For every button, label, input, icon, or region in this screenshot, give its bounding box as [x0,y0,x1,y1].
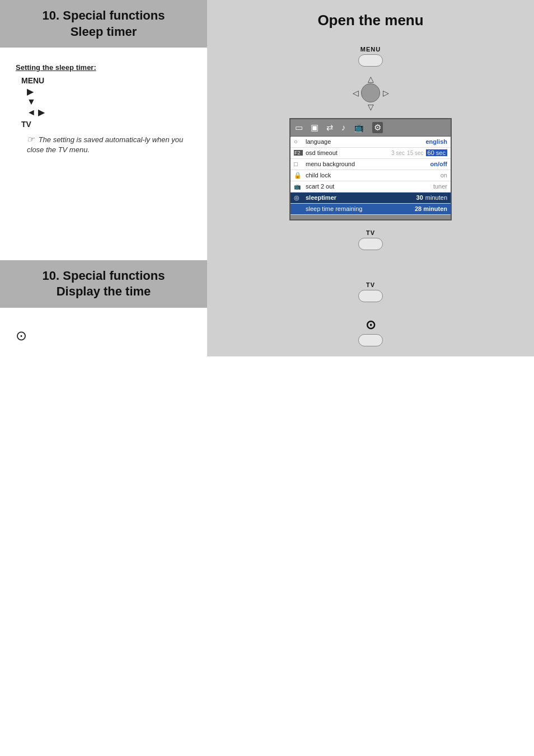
step-arrow-2: ▼ [27,97,195,107]
menu-row-icon-bg: □ [294,161,303,167]
section1-title-line1: 10. Special functions [43,8,165,22]
menu-row-label-language: language [306,138,425,145]
menu-row-icon-childlock: 🔒 [294,172,303,179]
dpad-left-arrow: ◁ [350,88,361,97]
section1-left-content: Setting the sleep timer: MENU ▶ ▼ ◄ ▶ TV… [0,48,207,161]
white-area-bottom [0,356,534,552]
menu-row-value-childlock: on [441,172,447,179]
menu-row-scart: 📺 scart 2 out tuner [291,181,451,192]
menu-row-value-scart: tuner [433,183,447,190]
left-column-section1: 10. Special functions Sleep timer Settin… [0,0,207,260]
clock-button-group: ⊙ [358,318,383,346]
left-column-section2: 10. Special functions Display the time ⊙ [0,260,207,356]
tv-button-group-2: TV [358,281,383,302]
open-menu-title: Open the menu [317,12,423,29]
menu-row-label-scart: scart 2 out [306,183,433,190]
menu-screen: ▭ ▣ ⇄ ♪ 📺 ⚙ ○ language english [289,118,452,220]
section2-left-header: 10. Special functions Display the time [0,260,207,308]
section1-title-line2: Sleep timer [71,25,137,39]
menu-icon-settings: ⚙ [372,122,383,133]
menu-icon-aspect: ▭ [295,123,303,133]
menu-row-sleeptimer: ◎ sleeptimer 30 minuten [291,192,451,204]
clock-btn-shape [358,334,383,346]
menu-row-label-remaining: sleep time remaining [306,205,415,212]
tv-btn-label-1: TV [366,229,375,236]
dpad-right-arrow: ▷ [380,88,391,97]
tv-btn-shape-2 [358,290,383,302]
dpad-up-arrow: △ [365,74,376,83]
setting-title: Setting the sleep timer: [16,63,195,72]
clock-icon-left: ⊙ [16,328,195,344]
menu-button-group: MENU [358,46,383,67]
tv-btn-label-2: TV [366,281,375,288]
section1-header-row: 10. Special functions Sleep timer Settin… [0,0,534,260]
menu-top-icons-bar: ▭ ▣ ⇄ ♪ 📺 ⚙ [291,119,451,137]
section2-left-content: ⊙ [0,308,207,353]
menu-row-icon-language: ○ [294,138,303,145]
tv-button-group-1: TV [358,229,383,250]
dpad-down-arrow: ▽ [365,102,376,111]
section2-row: 10. Special functions Display the time ⊙… [0,260,534,356]
menu-btn-label: MENU [360,46,381,53]
menu-row-osd: F2 osd timeout 3 sec 15 sec 60 sec [291,148,451,159]
menu-icon-tv: 📺 [354,123,364,133]
menu-icon-swap: ⇄ [326,123,334,133]
section2-title-line2: Display the time [57,284,151,298]
menu-row-icon-sleeptimer: ◎ [294,194,303,201]
menu-row-unit-sleeptimer: minuten [425,194,447,201]
menu-icon-pip: ▣ [311,123,318,133]
step-arrow-1: ▶ [27,86,195,97]
menu-row-icon-osd: F2 [294,150,303,156]
note-icon: ☞ [27,134,34,144]
section1-right-content: MENU △ ◁ ▷ ▽ ▭ [207,36,534,260]
menu-row-label-sleeptimer: sleeptimer [306,194,416,201]
note-text: ☞ The setting is saved automatical-ly wh… [16,133,195,155]
menu-row-value-remaining: 28 minuten [415,205,447,212]
menu-row-sleepremaining: sleep time remaining 28 minuten [291,204,451,215]
menu-row-label-bg: menu background [306,161,430,167]
section2-right-content: TV ⊙ [207,260,534,356]
menu-row-childlock: 🔒 child lock on [291,170,451,181]
menu-btn-shape [358,54,383,67]
dpad: △ ◁ ▷ ▽ [350,74,391,111]
section1-left-header: 10. Special functions Sleep timer [0,0,207,48]
tv-btn-shape-1 [358,238,383,250]
right-column-section1: Open the menu MENU △ ◁ ▷ ▽ [207,0,534,260]
step-menu-label: MENU [21,76,195,85]
menu-row-label-childlock: child lock [306,172,441,179]
menu-bottom-bar [291,215,451,219]
dpad-center [361,83,380,102]
menu-row-icon-scart: 📺 [294,184,303,190]
right-column-section2: TV ⊙ [207,260,534,356]
section2-title-line1: 10. Special functions [43,269,165,283]
section1-right-header: Open the menu [207,0,534,36]
menu-row-value-sleeptimer: 30 [416,194,423,201]
menu-row-value-bg: on/off [430,161,447,167]
step-tv-label: TV [21,120,195,129]
menu-row-language: ○ language english [291,137,451,148]
step-arrow-3: ◄ ▶ [27,107,195,118]
clock-btn-icon: ⊙ [366,318,376,332]
menu-row-label-osd: osd timeout [306,149,391,156]
menu-icon-sound: ♪ [341,123,346,132]
menu-rows: ○ language english F2 osd timeout 3 sec … [291,137,451,215]
menu-row-bg: □ menu background on/off [291,159,451,170]
menu-row-value-language: english [425,138,447,145]
osd-value-group: 3 sec 15 sec 60 sec [391,149,447,156]
